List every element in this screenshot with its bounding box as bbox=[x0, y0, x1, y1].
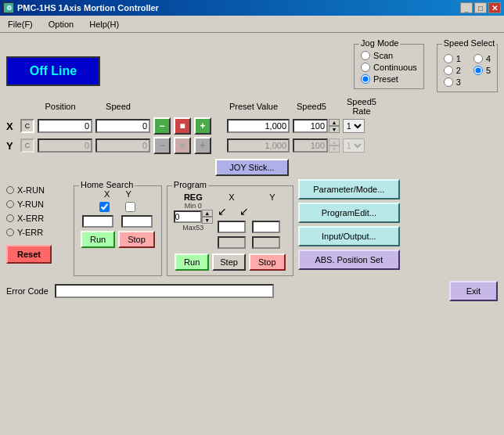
exit-button[interactable]: Exit bbox=[449, 281, 498, 301]
x-speed5-down[interactable]: ▼ bbox=[329, 126, 340, 133]
position-header: Position bbox=[33, 102, 88, 111]
home-btn-row: Run Stop bbox=[81, 231, 155, 248]
home-y-field[interactable] bbox=[121, 215, 153, 228]
jog-mode-title: Jog Mode bbox=[359, 38, 400, 48]
y-speed5-up: ▲ bbox=[329, 138, 340, 146]
minimize-button[interactable]: _ bbox=[460, 2, 473, 13]
home-search-group: Home Search X Y Run Stop bbox=[74, 185, 162, 276]
program-run-button[interactable]: Run bbox=[175, 253, 209, 271]
x-plus-button[interactable]: + bbox=[194, 117, 211, 135]
speed-col1: 1 2 3 bbox=[444, 54, 461, 87]
reset-button[interactable]: Reset bbox=[6, 245, 52, 264]
home-x-label: X bbox=[104, 189, 110, 199]
jog-mode-options: Scan Continuous Preset bbox=[361, 51, 417, 84]
program-reg-down[interactable]: ▼ bbox=[202, 217, 213, 224]
speed-2-label: 2 bbox=[456, 66, 461, 75]
speed-3-row: 3 bbox=[444, 77, 461, 87]
speed-3-radio[interactable] bbox=[444, 77, 453, 87]
speed-1-row: 1 bbox=[444, 54, 461, 63]
home-x-checkbox[interactable] bbox=[99, 202, 110, 212]
error-code-field[interactable] bbox=[55, 284, 274, 298]
home-x-field[interactable] bbox=[82, 215, 113, 228]
jog-continuous-row: Continuous bbox=[361, 63, 417, 72]
x-axis-row: X C − ■ + ▲ ▼ 124 bbox=[6, 117, 498, 135]
jog-scan-label: Scan bbox=[373, 51, 393, 60]
home-y-label: Y bbox=[125, 189, 131, 199]
speed-1-radio[interactable] bbox=[444, 54, 453, 63]
home-run-button[interactable]: Run bbox=[81, 231, 115, 248]
y-speed5-wrapper: ▲ ▼ bbox=[293, 138, 340, 153]
error-code-label: Error Code bbox=[6, 286, 49, 296]
program-btn-row: Run Step Stop bbox=[174, 253, 286, 271]
program-stop-button[interactable]: Stop bbox=[249, 253, 286, 271]
axis-section: Position Speed Preset Value Speed5 Speed… bbox=[6, 97, 498, 154]
close-button[interactable]: ✕ bbox=[488, 2, 501, 13]
jog-scan-row: Scan bbox=[361, 51, 417, 60]
x-stop-button[interactable]: ■ bbox=[174, 117, 191, 135]
program-x-header: X bbox=[218, 192, 246, 202]
speed-header: Speed bbox=[91, 102, 146, 111]
x-speed-field[interactable] bbox=[95, 119, 150, 133]
y-position-field bbox=[38, 138, 92, 153]
prog-x-field1[interactable] bbox=[218, 221, 246, 233]
speed-3-label: 3 bbox=[456, 77, 461, 87]
y-rate-select: 1 bbox=[343, 138, 365, 153]
x-speed5-spinner: ▲ ▼ bbox=[329, 119, 340, 133]
program-reg-field[interactable] bbox=[174, 210, 202, 223]
program-max-label: Max53 bbox=[182, 224, 203, 232]
jog-mode-group: Jog Mode Scan Continuous Preset bbox=[354, 44, 424, 89]
x-preset-field[interactable] bbox=[227, 119, 290, 133]
input-output-button[interactable]: Input/Output... bbox=[298, 226, 400, 246]
maximize-button[interactable]: □ bbox=[474, 2, 487, 13]
home-fields bbox=[81, 215, 155, 228]
y-speed5-down: ▼ bbox=[329, 146, 340, 153]
home-stop-button[interactable]: Stop bbox=[118, 231, 155, 248]
window-title: PMC-1HS 1Axis Mortion Controller bbox=[17, 3, 159, 13]
program-edit-button[interactable]: ProgramEdit... bbox=[298, 203, 400, 223]
x-speed5-up[interactable]: ▲ bbox=[329, 119, 340, 126]
jog-preset-label: Preset bbox=[373, 74, 398, 84]
error-section: Error Code Exit bbox=[6, 281, 498, 301]
speed-4-label: 4 bbox=[486, 54, 491, 63]
y-preset-field bbox=[227, 138, 290, 153]
y-err-led bbox=[6, 228, 14, 236]
menu-help[interactable]: Help(H) bbox=[85, 18, 124, 31]
speed-4-radio[interactable] bbox=[473, 54, 483, 63]
program-reg-label: REG bbox=[184, 192, 203, 202]
status-indicators: X-RUN Y-RUN X-ERR Y-ERR bbox=[6, 185, 61, 237]
program-reg-up[interactable]: ▲ bbox=[202, 210, 213, 217]
home-checkboxes bbox=[81, 202, 155, 212]
speed-col2: 4 5 bbox=[473, 54, 491, 87]
prog-x-field2 bbox=[218, 236, 246, 249]
bottom-section: X-RUN Y-RUN X-ERR Y-ERR Reset Home Sear bbox=[6, 179, 498, 276]
y-c-button[interactable]: C bbox=[20, 138, 34, 153]
menu-file[interactable]: File(F) bbox=[3, 18, 38, 31]
jog-continuous-radio[interactable] bbox=[361, 63, 370, 72]
joy-stick-button[interactable]: JOY Stick... bbox=[215, 159, 288, 176]
speed-5-radio[interactable] bbox=[473, 66, 483, 75]
x-c-button[interactable]: C bbox=[20, 119, 34, 133]
x-rate-select[interactable]: 124 bbox=[343, 119, 365, 133]
prog-y-field1[interactable] bbox=[252, 221, 280, 233]
jog-scan-radio[interactable] bbox=[361, 51, 370, 60]
abs-position-button[interactable]: ABS. Position Set bbox=[298, 250, 400, 270]
x-position-field[interactable] bbox=[38, 119, 92, 133]
jog-preset-radio[interactable] bbox=[361, 74, 370, 84]
speed-2-radio[interactable] bbox=[444, 66, 453, 75]
x-minus-button[interactable]: − bbox=[153, 117, 171, 135]
prog-y-arrow: ↙ bbox=[239, 205, 249, 218]
jog-preset-row: Preset bbox=[361, 74, 417, 84]
speed-1-label: 1 bbox=[456, 54, 461, 63]
y-speed5-spinner: ▲ ▼ bbox=[329, 138, 340, 153]
speed5-header: Speed5 bbox=[288, 102, 335, 111]
program-step-button[interactable]: Step bbox=[212, 253, 246, 271]
x-err-label: X-ERR bbox=[17, 214, 44, 223]
parameter-mode-button[interactable]: Parameter/Mode... bbox=[298, 179, 400, 200]
y-run-label: Y-RUN bbox=[17, 200, 44, 209]
main-content: Off Line Jog Mode Scan Continuous Preset bbox=[0, 33, 504, 306]
menu-option[interactable]: Option bbox=[44, 18, 78, 31]
home-y-checkbox[interactable] bbox=[125, 202, 135, 212]
y-stop-button: ■ bbox=[174, 137, 191, 154]
x-speed5-field[interactable] bbox=[293, 119, 328, 133]
x-run-led bbox=[6, 186, 14, 194]
